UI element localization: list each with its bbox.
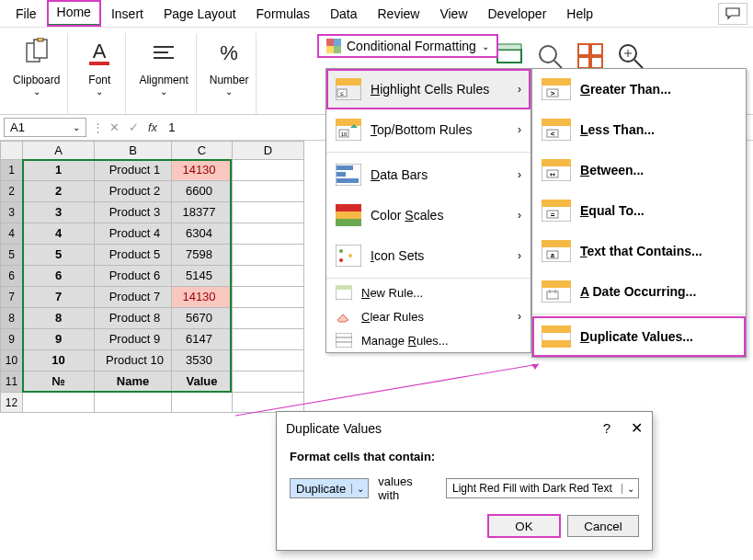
format-style-combo[interactable]: Light Red Fill with Dark Red Text ⌄ <box>446 478 639 498</box>
cell[interactable] <box>95 393 172 413</box>
cell[interactable]: 6147 <box>172 329 233 350</box>
ok-button[interactable]: OK <box>488 515 560 537</box>
menu-date-occurring[interactable]: A Date Occurring... <box>532 271 746 312</box>
col-header-a[interactable]: A <box>23 142 95 160</box>
comments-button[interactable] <box>718 3 747 25</box>
addins-icon[interactable] <box>575 40 606 72</box>
menu-between[interactable]: ⇿ Between... <box>532 150 746 190</box>
cell[interactable] <box>233 350 304 371</box>
tab-help[interactable]: Help <box>556 2 603 26</box>
menu-highlight-cells-rules[interactable]: ≤ Highlight Cells Rules › <box>326 69 531 109</box>
col-header-d[interactable]: D <box>233 142 304 160</box>
cell[interactable]: 5 <box>23 245 95 266</box>
group-number[interactable]: % Number ⌄ <box>202 33 257 114</box>
tab-file[interactable]: File <box>6 2 47 26</box>
row-header[interactable]: 10 <box>1 350 23 371</box>
cell[interactable]: 7 <box>23 287 95 308</box>
cell[interactable]: 7598 <box>172 245 233 266</box>
row-header[interactable]: 3 <box>1 202 23 223</box>
row-header[interactable]: 1 <box>1 160 23 181</box>
menu-text-contains[interactable]: a Text that Contains... <box>532 231 746 271</box>
menu-duplicate-values[interactable]: Duplicate Values... <box>532 316 746 357</box>
cell[interactable] <box>233 181 304 202</box>
menu-new-rule[interactable]: New Rule... <box>326 280 531 304</box>
menu-equal-to[interactable]: = Equal To... <box>532 190 746 231</box>
cell[interactable]: Product 1 <box>95 160 172 181</box>
duplicate-type-combo[interactable]: Duplicate ⌄ <box>290 478 369 498</box>
cell[interactable]: № <box>23 371 95 393</box>
menu-icon-sets[interactable]: Icon Sets › <box>326 235 531 276</box>
close-icon[interactable]: ✕ <box>631 419 643 437</box>
search-icon[interactable] <box>534 40 565 72</box>
cell[interactable]: 9 <box>23 329 95 350</box>
cell[interactable]: Product 4 <box>95 223 172 245</box>
cell[interactable]: 3 <box>23 202 95 223</box>
col-header-b[interactable]: B <box>95 142 172 160</box>
group-alignment[interactable]: Alignment ⌄ <box>131 33 196 114</box>
cell[interactable] <box>233 266 304 287</box>
cell[interactable]: Product 6 <box>95 266 172 287</box>
cell[interactable] <box>233 287 304 308</box>
cell[interactable] <box>233 371 304 393</box>
row-header[interactable]: 12 <box>1 393 23 413</box>
tab-developer[interactable]: Developer <box>478 2 557 26</box>
cell[interactable] <box>233 393 304 413</box>
cell[interactable]: 18377 <box>172 202 233 223</box>
menu-clear-rules[interactable]: Clear Rules › <box>326 304 531 328</box>
menu-data-bars[interactable]: Data Bars › <box>326 154 531 195</box>
cell[interactable]: Product 5 <box>95 245 172 266</box>
cell[interactable]: 5145 <box>172 266 233 287</box>
menu-top-bottom-rules[interactable]: 10 Top/Bottom Rules › <box>326 109 531 150</box>
cell[interactable] <box>233 160 304 181</box>
col-header-c[interactable]: C <box>172 142 233 160</box>
cancel-button[interactable]: Cancel <box>567 515 639 537</box>
group-clipboard[interactable]: Clipboard ⌄ <box>6 33 68 114</box>
tab-view[interactable]: View <box>429 2 477 26</box>
cell[interactable]: 1 <box>23 160 95 181</box>
cell[interactable]: 4 <box>23 223 95 245</box>
cell[interactable]: 3530 <box>172 350 233 371</box>
row-header[interactable]: 6 <box>1 266 23 287</box>
cell[interactable] <box>233 202 304 223</box>
cell[interactable]: 2 <box>23 181 95 202</box>
cell[interactable]: 14130 <box>172 160 233 181</box>
cell[interactable]: Name <box>95 371 172 393</box>
cell[interactable] <box>23 393 95 413</box>
cell[interactable] <box>233 245 304 266</box>
fx-icon[interactable]: fx <box>148 120 157 134</box>
name-box[interactable]: A1 ⌄ <box>4 118 86 137</box>
conditional-formatting-button[interactable]: Conditional Formatting ⌄ <box>318 35 497 57</box>
cell[interactable]: 8 <box>23 308 95 329</box>
row-header[interactable]: 4 <box>1 223 23 245</box>
row-header[interactable]: 5 <box>1 245 23 266</box>
cell[interactable]: Value <box>172 371 233 393</box>
row-header[interactable]: 11 <box>1 371 23 393</box>
insert-icon[interactable] <box>494 40 525 72</box>
tab-formulas[interactable]: Formulas <box>246 2 320 26</box>
analyze-icon[interactable] <box>615 40 646 72</box>
tab-review[interactable]: Review <box>368 2 430 26</box>
cell[interactable]: 6304 <box>172 223 233 245</box>
row-header[interactable]: 8 <box>1 308 23 329</box>
cell[interactable] <box>233 329 304 350</box>
cell[interactable]: Product 9 <box>95 329 172 350</box>
menu-greater-than[interactable]: > Greater Than... <box>532 69 746 109</box>
tab-insert[interactable]: Insert <box>101 2 154 26</box>
cell[interactable]: 14130 <box>172 287 233 308</box>
row-header[interactable]: 2 <box>1 181 23 202</box>
help-icon[interactable]: ? <box>603 420 610 436</box>
tab-page-layout[interactable]: Page Layout <box>154 2 246 26</box>
cell[interactable] <box>233 223 304 245</box>
cell[interactable]: Product 10 <box>95 350 172 371</box>
cell[interactable]: Product 3 <box>95 202 172 223</box>
menu-manage-rules[interactable]: Manage Rules... <box>326 328 531 352</box>
row-header[interactable]: 9 <box>1 329 23 350</box>
cell[interactable]: Product 8 <box>95 308 172 329</box>
cell[interactable]: Product 2 <box>95 181 172 202</box>
group-font[interactable]: A Font ⌄ <box>74 33 126 114</box>
cell[interactable]: 10 <box>23 350 95 371</box>
cell[interactable]: Product 7 <box>95 287 172 308</box>
row-header[interactable]: 7 <box>1 287 23 308</box>
tab-home[interactable]: Home <box>47 0 101 27</box>
cell[interactable]: 6 <box>23 266 95 287</box>
